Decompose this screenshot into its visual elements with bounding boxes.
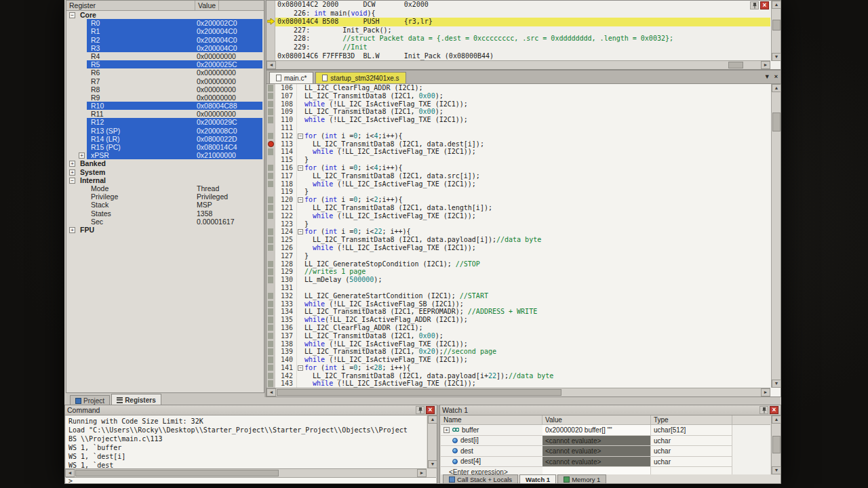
editor-margin[interactable] [267, 308, 275, 316]
disassembly-content[interactable]: 0x080014C2 2000 DCW 0x2000 226: int main… [267, 1, 770, 61]
command-hscrollbar[interactable]: ◄ ► [65, 468, 427, 477]
disassembly-line[interactable]: 226: int main(void){ [267, 9, 770, 18]
line-number[interactable]: 143 [275, 380, 297, 388]
code-line-123[interactable]: 123} [267, 220, 770, 228]
command-prompt[interactable]: > [66, 477, 436, 483]
scroll-right-icon[interactable]: ► [761, 61, 770, 69]
pin-icon[interactable] [416, 406, 425, 414]
editor-margin[interactable] [267, 268, 275, 276]
watch-col-name[interactable]: Name [441, 415, 542, 424]
line-number[interactable]: 127 [275, 252, 297, 260]
register-row-r13-sp-[interactable]: R13 (SP)0x200008C0 [66, 127, 264, 135]
editor-margin[interactable] [267, 116, 275, 124]
code-line-128[interactable]: 128LL_I2C_GenerateStopCondition (I2C1); … [267, 260, 770, 268]
tab-main-c[interactable]: main.c* [269, 72, 313, 83]
fold-collapse-icon[interactable]: − [298, 165, 303, 171]
editor-margin[interactable] [267, 156, 275, 164]
editor-margin[interactable] [267, 220, 275, 228]
line-number[interactable]: 128 [275, 260, 297, 268]
code-line-111[interactable]: 111 [267, 124, 770, 132]
expand-icon[interactable]: + [79, 152, 85, 159]
code-line-120[interactable]: 120−for (int i =0; i<2;i++){ [267, 196, 770, 204]
line-number[interactable]: 117 [275, 172, 297, 180]
line-number[interactable]: 131 [275, 284, 297, 292]
watch-value-cell[interactable]: <cannot evaluate> [542, 446, 651, 457]
watch-row-buffer[interactable]: +buffer0x20000020 buffer[] ""uchar[512] [441, 425, 770, 436]
register-row-r3[interactable]: R30x200004C0 [66, 44, 264, 52]
register-row-r8[interactable]: R80x00000000 [66, 85, 264, 94]
editor-margin[interactable] [267, 164, 275, 172]
line-number[interactable]: 121 [275, 204, 297, 212]
code-line-141[interactable]: 141−for (int i =0; i<28; i++){ [267, 364, 770, 372]
editor-vscroll-thumb[interactable] [772, 113, 781, 131]
line-number[interactable]: 133 [275, 300, 297, 308]
line-number[interactable]: 107 [275, 92, 297, 100]
watch-row-dest[interactable]: dest<cannot evaluate>uchar [441, 446, 770, 457]
disassembly-hscroll-thumb[interactable] [728, 62, 743, 68]
expand-icon[interactable]: + [69, 227, 75, 233]
code-line-137[interactable]: 137LL_I2C_TransmitData8 (I2C1, 0x00); [267, 332, 770, 340]
disassembly-line[interactable]: 229: //Init [267, 43, 770, 52]
register-row-mode[interactable]: ModeThread [66, 184, 264, 192]
watch-vscrollbar[interactable]: ▲ ▼ [771, 415, 781, 474]
line-number[interactable]: 130 [275, 276, 297, 284]
register-row-r0[interactable]: R00x200002C0 [66, 19, 264, 27]
code-line-108[interactable]: 108while (!LL_I2C_IsActiveFlag_TXE (I2C1… [267, 100, 770, 108]
scroll-right-icon[interactable]: ► [761, 388, 770, 396]
register-row-r14-lr-[interactable]: R14 (LR)0x0800022D [66, 135, 264, 143]
watch-col-type[interactable]: Type [651, 415, 732, 424]
disassembly-hscrollbar[interactable]: ◄ ► [267, 60, 770, 69]
disassembly-gutter[interactable] [267, 18, 275, 26]
register-row-r15-pc-[interactable]: R15 (PC)0x080014C4 [66, 143, 264, 151]
collapse-icon[interactable]: − [69, 12, 75, 18]
editor-margin[interactable] [267, 332, 275, 340]
editor-hscrollbar[interactable]: ◄ ► [267, 388, 770, 396]
code-line-143[interactable]: 143 while (!LL_I2C_IsActiveFlag_TXE (I2C… [267, 380, 770, 388]
line-number[interactable]: 137 [275, 332, 297, 340]
editor-margin[interactable] [267, 340, 275, 348]
command-vscrollbar[interactable]: ▲ ▼ [427, 415, 437, 468]
line-number[interactable]: 139 [275, 348, 297, 356]
code-line-122[interactable]: 122 while (!LL_I2C_IsActiveFlag_TXE (I2C… [267, 212, 770, 220]
fold-collapse-icon[interactable]: − [298, 134, 303, 139]
line-number[interactable]: 113 [275, 140, 297, 148]
line-number[interactable]: 141 [275, 364, 297, 372]
tab-watch1[interactable]: Watch 1 [519, 474, 556, 483]
watch-type-cell[interactable]: uchar [651, 457, 732, 468]
collapse-icon[interactable]: − [69, 178, 75, 184]
register-row-r11[interactable]: R110x00000000 [66, 110, 264, 118]
code-line-112[interactable]: 112−for (int i =0; i<4;i++){ [267, 132, 770, 140]
code-line-113[interactable]: 113 LL_I2C_TransmitData8 (I2C1, data.des… [267, 140, 770, 148]
watch-name-cell[interactable]: dest[i] [441, 436, 542, 447]
expand-icon[interactable]: + [443, 427, 450, 433]
code-line-126[interactable]: 126 while (!LL_I2C_IsActiveFlag_TXE (I2C… [267, 244, 770, 252]
code-line-130[interactable]: 130LL_mDelay (500000); [267, 276, 770, 284]
code-line-134[interactable]: 134LL_I2C_TransmitData8 (I2C1, EEPROMADR… [267, 308, 770, 316]
line-number[interactable]: 108 [275, 100, 297, 108]
line-number[interactable]: 112 [275, 132, 297, 140]
line-number[interactable]: 118 [275, 180, 297, 188]
watch-value-cell[interactable]: <cannot evaluate> [542, 436, 651, 447]
watch-type-cell[interactable]: uchar[512] [651, 425, 732, 436]
code-line-131[interactable]: 131 [267, 284, 770, 292]
editor-margin[interactable] [267, 92, 275, 100]
close-icon[interactable]: × [770, 406, 778, 414]
code-line-121[interactable]: 121 LL_I2C_TransmitData8 (I2C1, data.len… [267, 204, 770, 212]
line-number[interactable]: 122 [275, 212, 297, 220]
disassembly-gutter[interactable] [267, 9, 275, 18]
line-number[interactable]: 126 [275, 244, 297, 252]
register-row-r4[interactable]: R40x00000000 [66, 52, 264, 60]
registers-header-value[interactable]: Value [195, 1, 219, 10]
disassembly-gutter[interactable] [267, 26, 275, 35]
register-row-r1[interactable]: R10x200004C0 [66, 27, 264, 35]
code-line-114[interactable]: 114 while (!LL_I2C_IsActiveFlag_TXE (I2C… [267, 148, 770, 156]
watch-enter-expression-row[interactable]: <Enter expression> [441, 467, 770, 474]
watch-type-cell[interactable] [651, 467, 732, 474]
editor-margin[interactable] [267, 132, 275, 140]
code-area[interactable]: 106LL_I2C_ClearFlag_ADDR (I2C1);107LL_I2… [267, 84, 770, 388]
editor-margin[interactable] [267, 324, 275, 332]
register-row-fpu[interactable]: +FPU [66, 226, 264, 234]
tab-memory1[interactable]: Memory 1 [557, 474, 606, 483]
editor-margin[interactable] [267, 380, 275, 388]
disassembly-line[interactable]: 228: //struct Packet data = {.dest = 0xc… [267, 35, 770, 43]
